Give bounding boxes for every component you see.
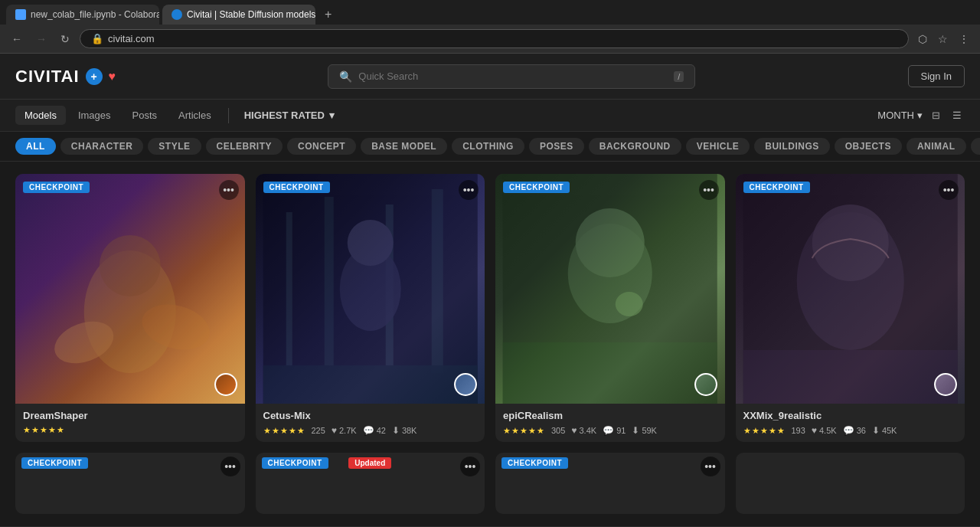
epic-comment-icon: 💬 <box>603 425 614 436</box>
civitai-favicon <box>172 9 182 20</box>
xxmix-downloads-count: 45K <box>882 426 897 435</box>
period-selector[interactable]: MONTH ▾ <box>877 110 923 121</box>
svg-point-19 <box>812 205 888 281</box>
card-cetus-image: CHECKPOINT ••• <box>256 174 485 404</box>
bottom2-updated-badge: Updated <box>348 457 391 469</box>
xxmix-comment-icon: 💬 <box>843 425 854 436</box>
search-input[interactable] <box>358 70 668 82</box>
category-character[interactable]: CHARACTER <box>60 138 144 155</box>
card-bottom-3[interactable]: CHECKPOINT ••• <box>495 453 725 514</box>
logo-heart-icon[interactable]: ♥ <box>109 70 116 83</box>
epic-stars: ★★★★★ <box>503 426 545 436</box>
epic-menu-button[interactable]: ••• <box>699 180 719 200</box>
tab-civitai[interactable]: Civitai | Stable Diffusion models... ✕ <box>162 5 315 25</box>
xxmix-stats: ★★★★★ 193 ♥ 4.5K 💬 36 ⬇ 45K <box>743 425 958 436</box>
search-bar[interactable]: 🔍 / <box>328 64 695 89</box>
search-icon: 🔍 <box>339 70 352 83</box>
xxmix-likes: ♥ 4.5K <box>812 425 837 436</box>
category-buildings[interactable]: BUILDINGS <box>754 138 830 155</box>
epic-title: epiCRealism <box>503 410 717 421</box>
category-celebrity[interactable]: CELEBRITY <box>206 138 283 155</box>
bottom2-badge: CHECKPOINT <box>262 457 328 469</box>
category-animal[interactable]: ANIMAL <box>906 138 966 155</box>
bottom3-menu-button[interactable]: ••• <box>701 457 720 476</box>
xxmix-checkpoint-badge: CHECKPOINT <box>743 182 810 193</box>
layout-toggle-icon[interactable]: ☰ <box>949 106 965 124</box>
header-right: Sign In <box>908 65 965 87</box>
cetus-art <box>256 174 485 404</box>
tab-images[interactable]: Images <box>69 106 120 125</box>
tab-models[interactable]: Models <box>15 106 66 125</box>
logo-text[interactable]: CIVITAI <box>15 67 80 87</box>
xxmix-download-icon: ⬇ <box>872 425 880 436</box>
svg-point-15 <box>616 292 643 316</box>
epic-download-icon: ⬇ <box>632 425 639 436</box>
category-style[interactable]: STYLE <box>148 138 201 155</box>
extensions-icon[interactable]: ⬡ <box>915 31 930 47</box>
cetus-info: Cetus-Mix ★★★★★ 225 ♥ 2.7K 💬 42 ⬇ 38K <box>256 404 485 442</box>
dreamshaper-menu-button[interactable]: ••• <box>219 180 239 200</box>
back-button[interactable]: ← <box>8 31 26 47</box>
category-concept[interactable]: CONCEPT <box>287 138 356 155</box>
logo-plus-button[interactable]: + <box>86 68 103 85</box>
tab-notebook-label: new_colab_file.ipynb - Colabora... <box>31 9 159 20</box>
svg-rect-6 <box>324 197 333 365</box>
xxmix-likes-count: 4.5K <box>819 426 837 435</box>
xxmix-stars: ★★★★★ <box>743 426 786 436</box>
filter-options-icon[interactable]: ⊟ <box>929 106 943 124</box>
refresh-button[interactable]: ↻ <box>57 31 74 47</box>
new-tab-button[interactable]: + <box>318 5 338 25</box>
bottom3-badge: CHECKPOINT <box>501 457 568 469</box>
bottom2-menu-button[interactable]: ••• <box>460 457 480 476</box>
sort-button[interactable]: HIGHEST RATED ▾ <box>237 106 342 125</box>
card-dreamshaper[interactable]: CHECKPOINT ••• DreamShaper ★★★★★ <box>15 174 245 442</box>
forward-button[interactable]: → <box>32 31 51 47</box>
category-all[interactable]: ALL <box>15 138 56 155</box>
cetus-downloads-count: 38K <box>402 426 417 435</box>
category-tool[interactable]: TOOL <box>971 138 980 155</box>
card-xxmix[interactable]: CHECKPOINT ••• XXMix_9realistic ★★★★★ 19… <box>736 174 965 442</box>
cetus-comments-count: 42 <box>377 426 386 435</box>
cetus-avatar <box>454 373 477 396</box>
dreamshaper-title: DreamShaper <box>23 410 237 421</box>
menu-icon[interactable]: ⋮ <box>956 31 972 47</box>
xxmix-menu-button[interactable]: ••• <box>939 180 959 200</box>
cetus-heart-icon: ♥ <box>332 425 337 436</box>
epic-downloads-count: 59K <box>642 426 657 435</box>
category-objects[interactable]: OBJECTS <box>835 138 902 155</box>
dreamshaper-avatar <box>214 373 237 396</box>
epic-comments-count: 91 <box>616 426 626 435</box>
category-background[interactable]: BACKGROUND <box>589 138 681 155</box>
xxmix-info: XXMix_9realistic ★★★★★ 193 ♥ 4.5K 💬 36 ⬇… <box>736 404 965 442</box>
category-clothing[interactable]: CLOTHING <box>452 138 524 155</box>
svg-rect-16 <box>503 342 717 404</box>
tab-notebook[interactable]: new_colab_file.ipynb - Colabora... ✕ <box>6 5 159 25</box>
epic-comments: 💬 91 <box>603 425 626 436</box>
xxmix-avatar <box>934 373 957 396</box>
cetus-likes: ♥ 2.7K <box>332 425 357 436</box>
card-xxmix-image: CHECKPOINT ••• <box>736 174 965 404</box>
dreamshaper-stats: ★★★★★ <box>23 425 237 435</box>
tab-articles[interactable]: Articles <box>169 106 220 125</box>
dreamshaper-stars: ★★★★★ <box>23 425 65 435</box>
sign-in-button[interactable]: Sign In <box>908 65 965 87</box>
card-epicrealism[interactable]: CHECKPOINT ••• epiCRealism ★★★★★ 305 ♥ 3… <box>495 174 725 442</box>
nav-icons: ⬡ ☆ ⋮ <box>915 31 972 47</box>
category-bar: ALL CHARACTER STYLE CELEBRITY CONCEPT BA… <box>0 132 980 162</box>
card-bottom-1[interactable]: CHECKPOINT ••• <box>15 453 245 514</box>
svg-point-3 <box>100 235 161 296</box>
svg-point-10 <box>347 220 393 266</box>
category-base-model[interactable]: BASE MODEL <box>361 138 447 155</box>
category-vehicle[interactable]: VEHICLE <box>686 138 750 155</box>
category-poses[interactable]: POSES <box>529 138 584 155</box>
address-text: civitai.com <box>108 33 155 44</box>
card-bottom-2[interactable]: CHECKPOINT Updated ••• <box>256 453 485 514</box>
cetus-menu-button[interactable]: ••• <box>459 180 479 200</box>
address-bar[interactable]: 🔒 civitai.com <box>80 29 909 48</box>
bottom1-menu-button[interactable]: ••• <box>220 457 240 476</box>
card-cetus-mix[interactable]: CHECKPOINT ••• Cetus-Mix ★★★★★ 225 ♥ 2.7… <box>256 174 485 442</box>
cetus-checkpoint-badge: CHECKPOINT <box>263 182 330 193</box>
tab-posts[interactable]: Posts <box>123 106 167 125</box>
epic-info: epiCRealism ★★★★★ 305 ♥ 3.4K 💬 91 ⬇ 59K <box>495 404 725 442</box>
bookmark-icon[interactable]: ☆ <box>935 31 951 47</box>
